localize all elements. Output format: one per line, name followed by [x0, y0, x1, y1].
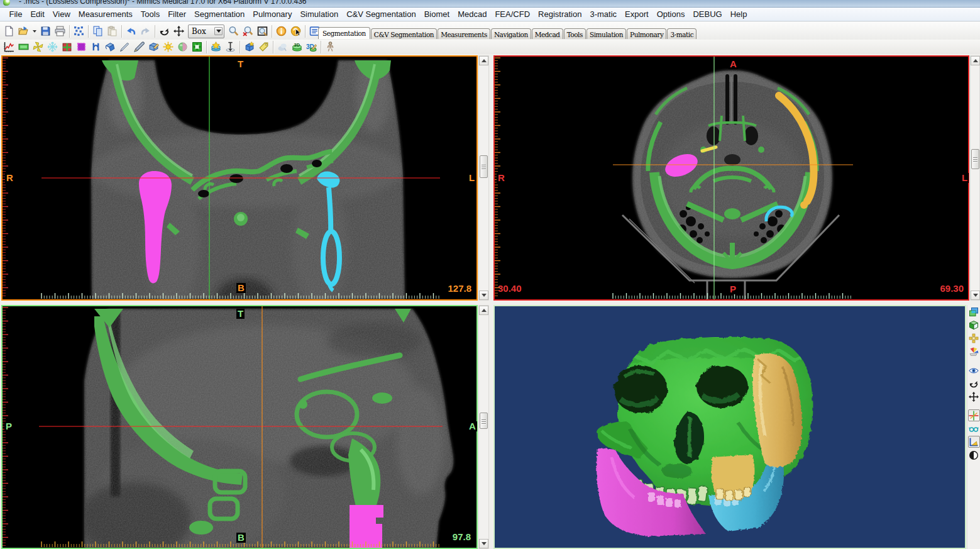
edit-masks-icon[interactable] — [74, 40, 89, 54]
tab-simulation[interactable]: Simulation — [586, 28, 626, 39]
tab-segmentation[interactable]: Segmentation — [318, 27, 370, 39]
viewport-layout-icon-glyph — [969, 307, 979, 317]
viewport-layout-icon[interactable] — [968, 306, 980, 318]
profile-lines-icon[interactable] — [16, 40, 31, 54]
menu-registration[interactable]: Registration — [534, 8, 586, 20]
pan-3d-icon[interactable] — [968, 391, 980, 402]
histogram-icon[interactable] — [968, 436, 980, 448]
crop-mask-icon[interactable] — [190, 40, 204, 54]
slice-indicators-icon[interactable] — [968, 409, 980, 421]
thresholding-icon[interactable] — [2, 40, 16, 54]
scroll-down-button[interactable] — [479, 291, 488, 300]
cube-view-icon[interactable] — [968, 319, 980, 331]
edit-mask-3d-icon[interactable] — [146, 40, 161, 54]
menu-file[interactable]: File — [5, 8, 26, 20]
sagittal-scrollbar[interactable] — [478, 305, 489, 549]
calculate-3d-from-mask-icon[interactable]: 3D — [290, 40, 304, 54]
smooth-mask-icon[interactable] — [175, 40, 190, 54]
viewport-3d[interactable] — [493, 305, 966, 549]
zoom-box-icon[interactable] — [255, 24, 270, 38]
tab-medcad[interactable]: Medcad — [532, 28, 563, 39]
annotate-icon[interactable] — [256, 40, 271, 54]
tab-pulmonary[interactable]: Pulmonary — [627, 28, 666, 39]
region-growing-icon[interactable] — [31, 40, 45, 54]
menu-biomet[interactable]: Biomet — [420, 8, 453, 20]
menu-view[interactable]: View — [48, 8, 74, 20]
calculate-polylines-icon[interactable] — [209, 40, 223, 54]
menu-filter[interactable]: Filter — [164, 8, 190, 20]
rotate-3d-icon[interactable] — [968, 377, 980, 389]
scroll-down-button[interactable] — [479, 539, 488, 548]
menu-debug[interactable]: DEBUG — [689, 8, 726, 20]
stereo-glasses-icon[interactable] — [968, 423, 980, 435]
scroll-thumb[interactable] — [480, 413, 488, 429]
unzoom-icon[interactable] — [241, 24, 255, 38]
axes-indicator-icon[interactable] — [968, 332, 980, 344]
viewport-axial[interactable]: A P R L 30.40 69.30 — [493, 55, 969, 301]
menu-measurements[interactable]: Measurements — [74, 8, 136, 20]
multiple-slice-edit-icon[interactable] — [89, 40, 103, 54]
menu-export[interactable]: Export — [621, 8, 653, 20]
tab-c-v-segmentation[interactable]: C&V Segmentation — [371, 28, 437, 39]
open-file-dropdown-icon[interactable] — [31, 24, 38, 38]
menu-pulmonary[interactable]: Pulmonary — [249, 8, 296, 20]
viewport-coronal[interactable]: T B R L 127.8 — [1, 55, 478, 301]
profile-lines-icon-glyph — [18, 42, 29, 52]
menu-segmentation[interactable]: Segmentation — [190, 8, 249, 20]
menu-medcad[interactable]: Medcad — [454, 8, 491, 20]
zoom-mode-select[interactable]: Box — [188, 25, 224, 38]
skeleton-icon[interactable] — [323, 40, 338, 54]
calculate-3d-icon[interactable] — [60, 40, 74, 54]
menu-help[interactable]: Help — [726, 8, 751, 20]
dropdown-caret-icon[interactable] — [214, 27, 223, 35]
print-icon[interactable] — [53, 24, 67, 38]
color-scheme-icon[interactable] — [968, 345, 980, 357]
save-icon[interactable] — [38, 24, 53, 38]
contrast-icon-glyph — [969, 450, 979, 460]
tab-navigation[interactable]: Navigation — [491, 28, 531, 39]
scroll-up-button[interactable] — [971, 56, 980, 65]
contrast-icon[interactable] — [968, 449, 980, 461]
scroll-thumb[interactable] — [971, 149, 979, 169]
edit-3d-icon[interactable]: 3D — [304, 40, 319, 54]
redo-icon[interactable] — [138, 24, 153, 38]
scroll-thumb[interactable] — [480, 155, 488, 178]
viewport-sagittal[interactable]: T B P A 97.8 — [1, 305, 478, 549]
visibility-eye-icon[interactable] — [968, 364, 980, 376]
window-titlebar[interactable]: - .mcs - (Lossless Compression)* - Mimic… — [0, 0, 980, 8]
dynamic-region-growing-icon[interactable] — [45, 40, 60, 54]
morphology-operations-icon[interactable] — [103, 40, 118, 54]
pan-view-icon[interactable] — [172, 24, 186, 38]
context-help-icon[interactable] — [289, 24, 303, 38]
cavity-fill-icon[interactable] — [223, 40, 238, 54]
undo-icon[interactable] — [124, 24, 138, 38]
menu-fea-cfd[interactable]: FEA/CFD — [491, 8, 534, 20]
zoom-in-icon[interactable] — [226, 24, 241, 38]
scroll-down-button[interactable] — [971, 291, 980, 300]
smart-expand-icon[interactable] — [161, 40, 175, 54]
scroll-up-button[interactable] — [479, 56, 488, 65]
coronal-scrollbar[interactable] — [478, 55, 489, 301]
menu-tools[interactable]: Tools — [136, 8, 163, 20]
axial-scrollbar[interactable] — [970, 55, 980, 301]
new-file-icon[interactable] — [2, 24, 16, 38]
menu-3-matic[interactable]: 3-matic — [586, 8, 621, 20]
cad-link-icon[interactable] — [275, 40, 290, 54]
scroll-up-button[interactable] — [479, 306, 488, 315]
draw-profile-line-icon[interactable] — [118, 40, 132, 54]
simulation-cube-icon[interactable] — [242, 40, 256, 54]
tab-measurements[interactable]: Measurements — [438, 28, 490, 39]
measure-distance-icon[interactable] — [132, 40, 146, 54]
registration-points-icon[interactable] — [72, 24, 86, 38]
menu-c-v-segmentation[interactable]: C&V Segmentation — [343, 8, 421, 20]
rotate-view-icon[interactable] — [157, 24, 172, 38]
menu-simulation[interactable]: Simulation — [296, 8, 343, 20]
paste-icon[interactable] — [105, 24, 119, 38]
tab-3-matic[interactable]: 3-matic — [667, 28, 696, 39]
copy-icon[interactable] — [91, 24, 105, 38]
menu-options[interactable]: Options — [652, 8, 689, 20]
open-file-icon[interactable] — [16, 24, 31, 38]
menu-edit[interactable]: Edit — [26, 8, 48, 20]
about-icon[interactable] — [274, 24, 289, 38]
tab-tools[interactable]: Tools — [564, 28, 586, 39]
